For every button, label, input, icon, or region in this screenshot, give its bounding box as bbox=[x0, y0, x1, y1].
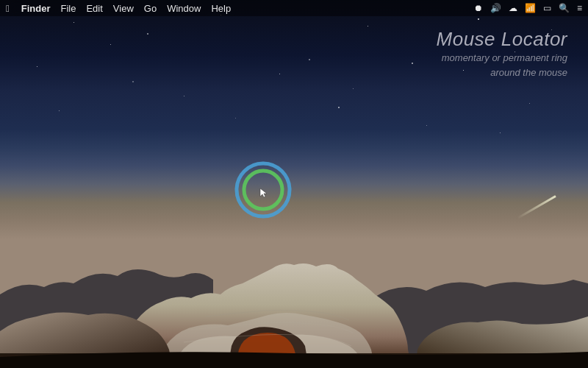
help-menu[interactable]: Help bbox=[211, 3, 231, 14]
record-icon: ⏺ bbox=[474, 3, 483, 13]
view-menu[interactable]: View bbox=[113, 3, 134, 14]
go-menu[interactable]: Go bbox=[144, 3, 157, 14]
file-menu[interactable]: File bbox=[60, 3, 76, 14]
overlay-title: Mouse Locator bbox=[437, 28, 567, 51]
icloud-icon[interactable]: ☁ bbox=[509, 3, 517, 13]
mouse-cursor bbox=[259, 188, 269, 198]
search-icon[interactable]: 🔍 bbox=[559, 3, 570, 13]
wifi-icon[interactable]: 📶 bbox=[525, 3, 536, 13]
finder-menu[interactable]: Finder bbox=[21, 3, 51, 14]
overlay-subtitle-line2: around the mouse bbox=[437, 66, 567, 80]
edit-menu[interactable]: Edit bbox=[86, 3, 102, 14]
menubar-right: ⏺ 🔊 ☁ 📶 ▭ 🔍 ≡ bbox=[474, 3, 582, 13]
window-menu[interactable]: Window bbox=[167, 3, 201, 14]
menubar-left:  Finder File Edit View Go Window Help bbox=[6, 3, 231, 14]
menubar:  Finder File Edit View Go Window Help ⏺… bbox=[0, 0, 588, 16]
apple-menu[interactable]:  bbox=[6, 3, 10, 14]
rock-landscape bbox=[0, 132, 588, 368]
notification-icon[interactable]: ≡ bbox=[577, 3, 582, 13]
volume-icon[interactable]: 🔊 bbox=[490, 3, 501, 13]
overlay-text: Mouse Locator momentary or permanent rin… bbox=[437, 28, 567, 79]
battery-icon: ▭ bbox=[543, 3, 551, 13]
overlay-subtitle-line1: momentary or permanent ring bbox=[437, 51, 567, 66]
